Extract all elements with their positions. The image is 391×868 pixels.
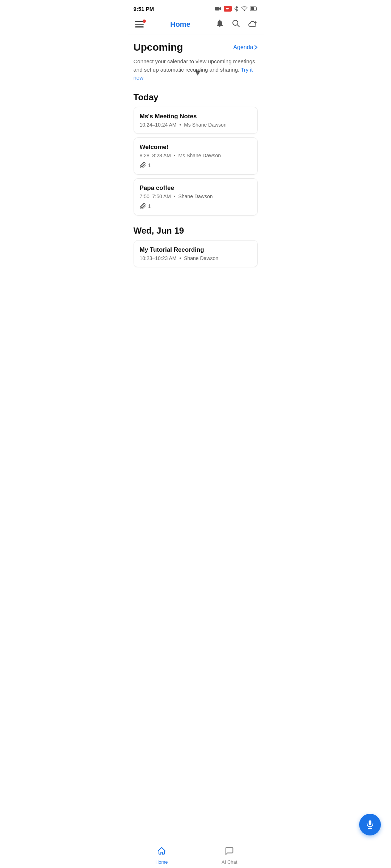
meeting-meta-wed-0: 10:23–10:23 AM • Shane Dawson (140, 255, 252, 261)
upcoming-section: Upcoming Agenda Connect your calendar to… (134, 42, 258, 82)
meeting-meta-1: 8:28–8:28 AM • Ms Shane Dawson (140, 153, 252, 158)
search-button[interactable] (231, 19, 240, 30)
meeting-title-0: Ms's Meeting Notes (140, 113, 252, 120)
agenda-link[interactable]: Agenda (233, 44, 257, 51)
battery-icon (250, 7, 258, 11)
meeting-card-1[interactable]: Welcome! 8:28–8:28 AM • Ms Shane Dawson … (134, 137, 258, 175)
header-actions (215, 19, 257, 30)
svg-line-2 (235, 7, 236, 9)
svg-rect-6 (251, 7, 254, 10)
recording-badge (224, 6, 232, 12)
meeting-title-2: Papa coffee (140, 184, 252, 192)
page-title: Home (170, 20, 190, 29)
upcoming-description: Connect your calendar to view upcoming m… (134, 58, 258, 82)
meeting-meta-0: 10:24–10:24 AM • Ms Shane Dawson (140, 122, 252, 128)
menu-button[interactable] (134, 20, 145, 29)
attachment-icon (140, 162, 146, 169)
header: Home (128, 16, 264, 34)
meeting-card-2[interactable]: Papa coffee 7:50–7:50 AM • Shane Dawson … (134, 178, 258, 216)
svg-line-3 (235, 9, 236, 10)
attachment-icon-2 (140, 203, 146, 209)
status-icons (215, 5, 258, 12)
upload-button[interactable] (247, 19, 257, 30)
upcoming-header: Upcoming Agenda (134, 42, 258, 53)
bluetooth-icon (234, 5, 239, 12)
svg-line-8 (237, 25, 240, 27)
upcoming-title: Upcoming (134, 42, 183, 53)
meeting-title-1: Welcome! (140, 144, 252, 151)
status-bar: 9:51 PM (128, 0, 264, 16)
wifi-icon (241, 6, 248, 11)
wed-title: Wed, Jun 19 (134, 226, 258, 236)
notification-button[interactable] (215, 19, 224, 30)
meeting-attachments-1: 1 (140, 162, 252, 169)
svg-point-4 (244, 10, 245, 11)
svg-rect-1 (226, 8, 228, 9)
svg-rect-0 (215, 7, 219, 10)
video-icon (215, 6, 222, 11)
meeting-meta-2: 7:50–7:50 AM • Shane Dawson (140, 193, 252, 199)
meeting-card-wed-0[interactable]: My Tutorial Recording 10:23–10:23 AM • S… (134, 240, 258, 267)
wed-section: Wed, Jun 19 My Tutorial Recording 10:23–… (134, 226, 258, 267)
main-content: Upcoming Agenda Connect your calendar to… (128, 34, 264, 303)
menu-notification-dot (143, 20, 146, 23)
meeting-title-wed-0: My Tutorial Recording (140, 246, 252, 254)
meeting-attachments-2: 1 (140, 203, 252, 209)
today-section: Today Ms's Meeting Notes 10:24–10:24 AM … (134, 92, 258, 216)
status-time: 9:51 PM (134, 6, 154, 12)
today-title: Today (134, 92, 258, 102)
meeting-card-0[interactable]: Ms's Meeting Notes 10:24–10:24 AM • Ms S… (134, 107, 258, 134)
